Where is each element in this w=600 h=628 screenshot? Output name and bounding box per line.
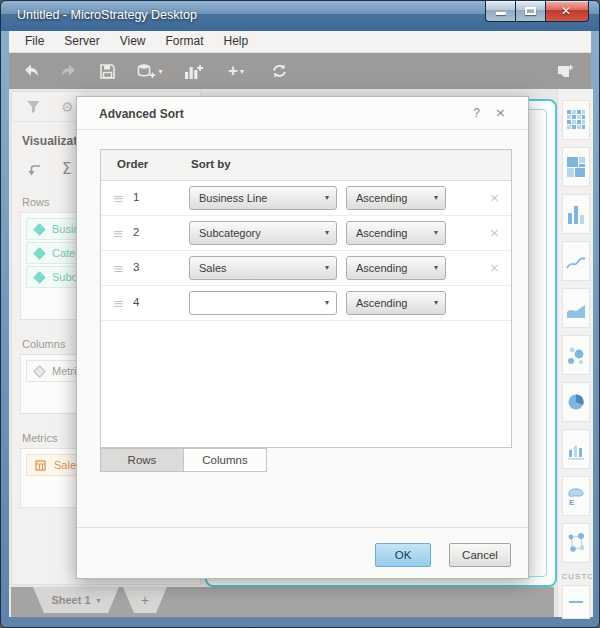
pie-chart-icon [566, 389, 586, 415]
advanced-sort-dialog: Advanced Sort ? × Order Sort by ≡ 1 Busi… [76, 96, 529, 579]
sort-row-4: ≡ 4 ▾ Ascending ▾ [101, 286, 511, 321]
gallery-heat-map[interactable] [562, 147, 590, 187]
menu-bar: File Server View Format Help [9, 31, 591, 53]
gallery-custom-label: CUSTOM [562, 572, 592, 581]
svg-text:E: E [569, 498, 575, 507]
direction-dropdown-4[interactable]: Ascending ▾ [346, 291, 446, 315]
add-menu-button[interactable]: + ▾ [219, 60, 253, 82]
chevron-down-icon: ▾ [158, 67, 162, 76]
dialog-close-icon[interactable]: × [495, 105, 506, 120]
order-number: 1 [133, 191, 139, 203]
dialog-footer-divider [77, 527, 528, 528]
add-visualization-button[interactable] [181, 60, 205, 82]
bar-chart-icon [566, 201, 586, 227]
save-button[interactable] [95, 60, 119, 82]
add-data-button[interactable]: ▾ [133, 60, 167, 82]
undo-button[interactable] [19, 60, 43, 82]
menu-help[interactable]: Help [214, 31, 259, 52]
attribute-diamond-icon [33, 247, 46, 260]
drag-handle-icon[interactable]: ≡ [113, 296, 124, 311]
toolbar: ▾ + ▾ [9, 53, 591, 89]
sigma-icon[interactable]: Σ [62, 160, 71, 178]
maximize-button[interactable] [515, 1, 545, 22]
attribute-diamond-icon [33, 365, 46, 378]
gallery-network[interactable] [562, 523, 590, 563]
gallery-line-chart[interactable] [562, 241, 590, 281]
direction-dropdown-1[interactable]: Ascending ▾ [346, 186, 446, 210]
dialog-header: Advanced Sort ? × [77, 97, 528, 130]
map-icon: E [566, 483, 586, 509]
chevron-down-icon: ▾ [325, 187, 329, 209]
sheet-bar: Sheet 1 ▾ + [11, 587, 554, 617]
drag-handle-icon[interactable]: ≡ [113, 226, 124, 241]
direction-dropdown-2[interactable]: Ascending ▾ [346, 221, 446, 245]
close-button[interactable]: ✕ [545, 1, 589, 22]
chevron-down-icon: ▾ [325, 292, 329, 314]
custom-visualization-icon [566, 592, 586, 612]
drag-handle-icon[interactable]: ≡ [113, 261, 124, 276]
add-page-button[interactable] [553, 60, 577, 82]
gallery-grid[interactable] [562, 100, 590, 140]
title-bar[interactable]: Untitled - MicroStrategy Desktop ✕ [1, 1, 599, 31]
menu-view[interactable]: View [110, 31, 156, 52]
refresh-icon [271, 63, 288, 80]
chevron-down-icon: ▾ [325, 222, 329, 244]
gear-icon[interactable]: ⚙ [61, 99, 74, 115]
sortby-dropdown-3[interactable]: Sales ▾ [189, 256, 337, 280]
refresh-button[interactable] [267, 60, 291, 82]
menu-server[interactable]: Server [54, 31, 109, 52]
filter-icon[interactable] [26, 99, 41, 114]
gallery-bubble-chart[interactable] [562, 335, 590, 375]
minimize-icon [496, 12, 506, 15]
remove-row-icon[interactable]: × [489, 260, 500, 275]
save-icon [99, 63, 116, 80]
undo-icon [22, 63, 40, 79]
sortby-dropdown-1[interactable]: Business Line ▾ [189, 186, 337, 210]
sort-table-header: Order Sort by [101, 150, 511, 181]
column-header-sortby: Sort by [191, 158, 231, 170]
sortby-dropdown-2[interactable]: Subcategory ▾ [189, 221, 337, 245]
pivot-icon[interactable] [26, 162, 42, 177]
column-header-order: Order [117, 158, 148, 170]
add-visualization-icon [184, 63, 203, 80]
order-number: 4 [133, 296, 139, 308]
sheet-tab-sheet1[interactable]: Sheet 1 ▾ [33, 587, 119, 613]
add-sheet-button[interactable]: + [123, 587, 167, 613]
sort-table: Order Sort by ≡ 1 Business Line ▾ Ascend… [100, 149, 512, 448]
sort-row-3: ≡ 3 Sales ▾ Ascending ▾ × [101, 251, 511, 286]
gallery-bar-chart[interactable] [562, 194, 590, 234]
dialog-title: Advanced Sort [99, 107, 184, 121]
network-icon [566, 530, 586, 556]
remove-row-icon[interactable]: × [489, 225, 500, 240]
visualization-gallery: E CUSTOM [557, 89, 593, 617]
attribute-diamond-icon [33, 223, 46, 236]
redo-button[interactable] [57, 60, 81, 82]
drag-handle-icon[interactable]: ≡ [113, 191, 124, 206]
gallery-pie-chart[interactable] [562, 382, 590, 422]
caption-buttons: ✕ [485, 1, 589, 22]
minimize-button[interactable] [485, 1, 515, 22]
heat-map-icon [566, 154, 586, 180]
gallery-area-chart[interactable] [562, 288, 590, 328]
menu-file[interactable]: File [15, 31, 54, 52]
gallery-map[interactable]: E [562, 476, 590, 516]
chevron-down-icon: ▾ [240, 67, 244, 76]
cancel-button[interactable]: Cancel [449, 543, 511, 567]
remove-row-icon[interactable]: × [489, 190, 500, 205]
chevron-down-icon: ▾ [434, 292, 438, 314]
chevron-down-icon: ▾ [434, 257, 438, 279]
gallery-combo-chart[interactable] [562, 429, 590, 469]
gallery-custom-visualization[interactable] [562, 585, 590, 619]
tab-columns[interactable]: Columns [183, 448, 267, 472]
direction-dropdown-3[interactable]: Ascending ▾ [346, 256, 446, 280]
application-window: Untitled - MicroStrategy Desktop ✕ File … [0, 0, 600, 628]
tab-rows[interactable]: Rows [100, 448, 184, 472]
maximize-icon [525, 7, 536, 15]
chevron-down-icon: ▾ [97, 596, 101, 605]
sortby-dropdown-4[interactable]: ▾ [189, 291, 337, 315]
metric-table-icon [35, 460, 46, 471]
help-icon[interactable]: ? [473, 106, 480, 120]
menu-format[interactable]: Format [155, 31, 213, 52]
ok-button[interactable]: OK [375, 543, 431, 567]
chevron-down-icon: ▾ [434, 187, 438, 209]
